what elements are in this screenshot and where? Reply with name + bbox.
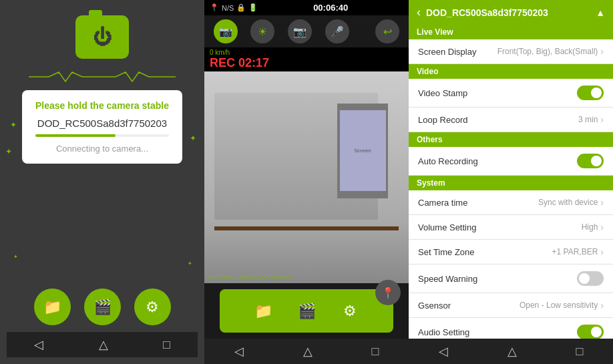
audio-setting-row[interactable]: Audio Setting <box>409 318 613 339</box>
camera-time-row[interactable]: Camera time Sync with device › <box>409 190 613 215</box>
loop-record-value: 3 min › <box>578 114 604 125</box>
toolbar-brightness-icon[interactable]: ☀ <box>250 19 274 43</box>
loop-record-label: Loop Record <box>418 115 467 125</box>
gsensor-row[interactable]: Gsensor Open - Low sensitivity › <box>409 293 613 318</box>
toolbar-photo-icon[interactable]: 📷 <box>288 19 312 43</box>
screen-display-row[interactable]: Screen Display Front(Top, Big), Back(Sma… <box>409 39 613 64</box>
panel2-nav-bar: ◁ △ □ <box>204 339 409 364</box>
audio-setting-toggle[interactable] <box>577 325 604 339</box>
screen-display-chevron: › <box>600 46 604 57</box>
panel2-bottom-icon-row: 📁 🎬 ⚙ <box>220 289 393 333</box>
p3-back-nav[interactable]: ◁ <box>439 344 448 359</box>
camera-time-label: Camera time <box>418 198 467 208</box>
back-nav-icon[interactable]: ◁ <box>34 337 43 352</box>
sparkle-4: ✦ <box>13 254 18 260</box>
loop-record-row[interactable]: Loop Record 3 min › <box>409 108 613 132</box>
recent-nav-icon[interactable]: □ <box>163 338 170 352</box>
status-bar: 📍 N/S 🔒 🔋 00:06:40 <box>204 0 409 15</box>
system-label: System <box>417 178 445 188</box>
video-stamp-label: Video Stamp <box>418 88 467 98</box>
panel-camera-view: 📍 N/S 🔒 🔋 00:06:40 📷 ☀ 📷 🎤 ↩ 0 km/h REC … <box>204 0 409 364</box>
live-view-label: Live View <box>417 27 453 37</box>
panel2-bottom-area: 📁 🎬 ⚙ 📍 <box>204 283 409 339</box>
settings-back-arrow[interactable]: ‹ <box>417 5 421 19</box>
sparkle-2: ✦ <box>5 147 12 156</box>
sparkle-3: ✦ <box>190 134 196 143</box>
progress-bar-fill <box>35 134 116 137</box>
status-left: 📍 N/S 🔒 🔋 <box>210 3 258 12</box>
loop-record-chevron: › <box>600 114 604 125</box>
settings-icon-button[interactable]: ⚙ <box>134 289 171 325</box>
video-stamp-toggle[interactable] <box>577 85 604 100</box>
time-zone-row[interactable]: Set Time Zone +1 PAR,BER › <box>409 240 613 264</box>
battery-icon: 🔋 <box>248 3 258 12</box>
auto-recording-toggle[interactable] <box>577 154 604 168</box>
toolbar-camera-icon[interactable]: 📷 <box>214 19 238 43</box>
location-icon: 📍 <box>210 3 219 12</box>
p2-recent-nav[interactable]: □ <box>372 345 379 359</box>
camera-power-icon: ⏻ <box>75 15 129 59</box>
toolbar-mic-icon[interactable]: 🎤 <box>325 19 349 43</box>
monitor-in-scene: Screen <box>337 104 389 199</box>
panel1-top-section: ⏻ Please hold the camera stable DOD_RC50… <box>22 13 182 164</box>
panel-connect: ✦ ✦ ✦ ✦ ✦ ⏻ Please hold the camera stabl… <box>0 0 204 364</box>
p3-home-nav[interactable]: △ <box>507 344 517 359</box>
speed-warning-label: Speed Warning <box>418 274 477 284</box>
location-label: N/S <box>222 4 234 12</box>
others-label: Others <box>417 135 443 144</box>
camera-live-view: Screen 2017/08/02 11:58:22 DOD RC500S <box>204 71 409 283</box>
settings-title-icon: ▲ <box>596 7 605 18</box>
video-stamp-row[interactable]: Video Stamp <box>409 79 613 108</box>
rec-display: REC 02:17 <box>210 56 403 70</box>
p2-video-icon[interactable]: 🎬 <box>292 296 322 326</box>
section-live-view: Live View <box>409 25 613 39</box>
progress-bar-container <box>35 134 169 137</box>
p2-back-nav[interactable]: ◁ <box>234 344 244 359</box>
panel3-nav-bar: ◁ △ □ <box>409 339 613 364</box>
monitor-screen: Screen <box>340 110 386 191</box>
settings-content: Live View Screen Display Front(Top, Big)… <box>409 25 613 339</box>
section-others: Others <box>409 132 613 147</box>
volume-setting-label: Volume Setting <box>418 222 476 232</box>
heartbeat-line <box>29 70 176 83</box>
gsensor-chevron: › <box>600 300 604 311</box>
location-button[interactable]: 📍 <box>375 280 401 305</box>
home-nav-icon[interactable]: △ <box>99 337 108 352</box>
sparkle-1: ✦ <box>10 120 17 130</box>
p2-settings-icon[interactable]: ⚙ <box>335 296 365 326</box>
camera-icon-container: ⏻ <box>69 13 136 60</box>
p3-recent-nav[interactable]: □ <box>576 345 584 359</box>
section-video: Video <box>409 64 613 79</box>
video-icon-button[interactable]: 🎬 <box>84 289 121 325</box>
camera-timestamp: 2017/08/02 11:58:22 DOD RC500S <box>208 274 292 280</box>
volume-setting-value: High › <box>582 222 604 232</box>
hold-stable-label: Please hold the camera stable <box>35 100 169 111</box>
connecting-text: Connecting to camera... <box>35 144 169 154</box>
settings-header: ‹ DOD_RC500Sa8d3f7750203 ▲ <box>409 0 613 25</box>
toolbar-back-icon[interactable]: ↩ <box>375 19 399 43</box>
speed-warning-toggle[interactable] <box>577 271 604 286</box>
volume-setting-row[interactable]: Volume Setting High › <box>409 215 613 240</box>
p2-files-icon[interactable]: 📁 <box>248 296 278 326</box>
speed-warning-row[interactable]: Speed Warning <box>409 264 613 293</box>
bottom-icon-row: 📁 🎬 ⚙ <box>34 289 171 325</box>
auto-recording-row[interactable]: Auto Recording <box>409 147 613 176</box>
files-icon-button[interactable]: 📁 <box>34 289 71 325</box>
video-label: Video <box>417 67 438 76</box>
audio-setting-label: Audio Setting <box>418 327 469 337</box>
power-symbol: ⏻ <box>93 26 112 48</box>
device-name-label: DOD_RC500Sa8d3f7750203 <box>35 118 169 129</box>
speed-display: 0 km/h <box>210 49 403 56</box>
time-zone-value: +1 PAR,BER › <box>552 246 604 257</box>
lock-icon: 🔒 <box>236 3 246 12</box>
panel1-nav-bar: ◁ △ □ <box>7 332 198 357</box>
status-time: 00:06:40 <box>313 3 348 13</box>
panel-settings: ‹ DOD_RC500Sa8d3f7750203 ▲ Live View Scr… <box>409 0 613 364</box>
auto-recording-label: Auto Recording <box>418 156 478 166</box>
camera-time-value: Sync with device › <box>538 197 604 208</box>
desk-surface <box>214 226 398 230</box>
screen-display-label: Screen Display <box>418 47 476 57</box>
p2-home-nav[interactable]: △ <box>303 344 313 359</box>
camera-time-chevron: › <box>600 197 604 208</box>
gsensor-value: Open - Low sensitivity › <box>520 300 604 311</box>
